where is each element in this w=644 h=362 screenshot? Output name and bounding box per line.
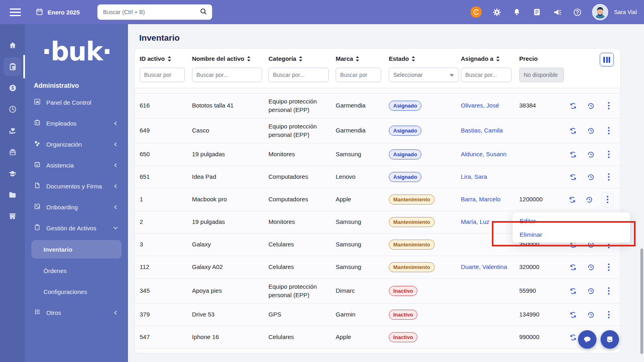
column-header-categoria[interactable]: Categoría xyxy=(268,55,336,62)
reassign-icon[interactable] xyxy=(568,262,578,273)
settings-gear-icon[interactable] xyxy=(491,7,502,17)
rail-benefits-icon[interactable] xyxy=(0,141,25,163)
rail-training-icon[interactable] xyxy=(0,163,25,184)
sidebar-subitem-configuraciones[interactable]: Configuraciones xyxy=(25,281,128,302)
cell-category: Monitores xyxy=(268,218,336,226)
rail-home-icon[interactable] xyxy=(0,35,25,56)
search-input[interactable] xyxy=(102,8,200,16)
sort-icon[interactable] xyxy=(411,56,415,62)
cell-id: 112 xyxy=(140,263,192,271)
filter-brand-input[interactable] xyxy=(336,68,381,82)
assignee-link[interactable]: Olivares, José xyxy=(461,102,499,109)
cell-category: Celulares xyxy=(268,333,336,341)
sort-icon[interactable] xyxy=(299,56,303,62)
notifications-bell-icon[interactable] xyxy=(512,7,522,17)
assignee-link[interactable]: Lira, Sara xyxy=(461,173,487,180)
kebab-menu-icon[interactable] xyxy=(603,126,614,136)
column-header-estado[interactable]: Estado xyxy=(389,55,461,62)
rail-asset-management-icon[interactable] xyxy=(0,56,25,77)
rail-wellbeing-icon[interactable] xyxy=(0,120,25,141)
support-widget-button[interactable] xyxy=(601,330,619,349)
assignee-link[interactable]: Duarte, Valentina xyxy=(461,263,507,270)
chat-bubble-button[interactable] xyxy=(578,330,597,349)
kebab-menu-icon[interactable] xyxy=(603,101,614,111)
reassign-icon[interactable] xyxy=(568,149,578,160)
rail-payroll-icon[interactable] xyxy=(0,77,25,99)
sidebar-subitem-inventario[interactable]: Inventario xyxy=(31,240,122,259)
reassign-icon[interactable] xyxy=(568,310,578,320)
cell-name: Apoya pies xyxy=(192,287,268,295)
reassign-icon[interactable] xyxy=(568,101,578,111)
history-icon[interactable] xyxy=(586,286,596,296)
filter-estado-select[interactable]: Seleccionar xyxy=(389,68,458,82)
sidebar-item-panel-de-control[interactable]: Panel de Control xyxy=(25,92,128,113)
kebab-menu-icon[interactable] xyxy=(603,262,614,273)
sort-icon[interactable] xyxy=(496,56,500,62)
status-badge: Mantenimiento xyxy=(389,217,435,228)
reassign-icon[interactable] xyxy=(568,126,578,136)
column-header-nombre[interactable]: Nombre del activo xyxy=(192,55,268,62)
kebab-menu-icon-open[interactable] xyxy=(601,192,614,207)
assignee-link[interactable]: Barra, Marcelo xyxy=(461,196,500,203)
cell-id: 651 xyxy=(140,173,192,181)
reassign-icon[interactable] xyxy=(568,286,578,296)
history-icon[interactable] xyxy=(584,194,594,205)
filter-id-input[interactable] xyxy=(140,68,185,82)
hamburger-menu-icon[interactable] xyxy=(10,6,21,18)
cell-id: 649 xyxy=(140,126,192,134)
sort-icon[interactable] xyxy=(247,56,251,62)
announcements-megaphone-icon[interactable] xyxy=(552,7,562,17)
history-icon[interactable] xyxy=(586,172,596,182)
sort-icon[interactable] xyxy=(167,56,171,62)
assignee-link[interactable]: María, Luz xyxy=(461,218,489,225)
history-icon[interactable] xyxy=(586,126,596,136)
reassign-icon[interactable] xyxy=(568,194,577,205)
rail-time-icon[interactable] xyxy=(0,99,25,120)
history-icon[interactable] xyxy=(586,149,596,160)
cell-price: 1200000 xyxy=(519,195,568,203)
sidebar-item-organizacion[interactable]: Organización xyxy=(25,134,128,155)
column-header-asignado-a[interactable]: Asignado a xyxy=(461,55,519,62)
help-icon[interactable] xyxy=(572,7,582,17)
reassign-icon[interactable] xyxy=(568,332,578,343)
buk-assistant-icon[interactable] xyxy=(471,6,482,18)
sidebar-item-asistencia[interactable]: Asistencia xyxy=(25,155,128,176)
context-menu-item-eliminar[interactable]: Eliminar xyxy=(513,228,630,242)
column-header-id-activo[interactable]: ID activo xyxy=(140,55,192,62)
filter-name-input[interactable] xyxy=(192,68,262,82)
news-feed-icon[interactable] xyxy=(532,7,542,17)
history-icon[interactable] xyxy=(586,262,596,273)
assignee-link[interactable]: Aldunce, Susann xyxy=(461,151,506,157)
assignee-link[interactable]: Bastias, Camila xyxy=(461,127,503,134)
kebab-menu-icon[interactable] xyxy=(603,172,614,182)
filter-assignee-input[interactable] xyxy=(461,68,512,82)
kebab-menu-icon[interactable] xyxy=(603,149,614,160)
period-selector[interactable]: Enero 2025 xyxy=(35,8,80,17)
column-header-marca[interactable]: Marca xyxy=(336,55,389,62)
sidebar-item-gestion-de-activos[interactable]: Gestión de Activos xyxy=(25,217,128,238)
sidebar-item-onboarding[interactable]: Onboarding xyxy=(25,197,128,217)
rail-marketplace-icon[interactable] xyxy=(0,205,25,227)
history-icon[interactable] xyxy=(586,310,596,320)
sidebar-item-otros[interactable]: Otros xyxy=(25,302,128,323)
chevron-left-icon xyxy=(113,184,118,189)
user-avatar[interactable] xyxy=(592,4,608,20)
sort-icon[interactable] xyxy=(355,56,359,62)
global-search[interactable] xyxy=(97,4,212,20)
rail-documents-folder-icon[interactable] xyxy=(0,184,25,205)
filter-category-input[interactable] xyxy=(268,68,329,82)
cell-name: Macbook pro xyxy=(192,195,268,203)
search-icon[interactable] xyxy=(200,8,207,17)
sidebar-subitem-ordenes[interactable]: Órdenes xyxy=(25,260,128,281)
sidebar-item-documentos-y-firma[interactable]: Documentos y Firma xyxy=(25,176,128,197)
column-settings-button[interactable] xyxy=(600,53,614,66)
sidebar-item-empleados[interactable]: Empleados xyxy=(25,113,128,134)
history-icon[interactable] xyxy=(586,101,596,111)
context-menu-item-editar[interactable]: Editar xyxy=(513,214,630,228)
period-label: Enero 2025 xyxy=(47,9,80,16)
table-row: 379 Drive 53 GPS Garmin Inactivo 134990 xyxy=(135,304,620,326)
page-scrollbar-thumb[interactable] xyxy=(640,248,643,354)
kebab-menu-icon[interactable] xyxy=(603,310,614,320)
reassign-icon[interactable] xyxy=(568,172,578,182)
kebab-menu-icon[interactable] xyxy=(603,286,614,296)
